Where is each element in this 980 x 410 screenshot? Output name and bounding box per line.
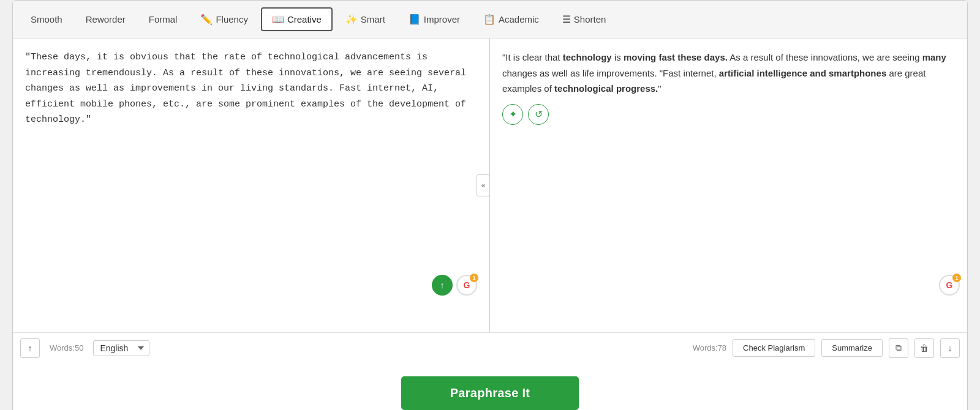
toolbar: Smooth Reworder Formal ✏️ Fluency 📖 Crea… [13,1,967,39]
trash-icon: 🗑 [920,343,929,353]
input-textarea[interactable]: "These days, it is obvious that the rate… [25,50,477,288]
rephrase-icon-btn[interactable]: ✦ [502,104,523,125]
summarize-label: Summarize [832,343,872,352]
right-panel-wrapper: "It is clear that technology is moving f… [490,39,967,332]
reworder-label: Reworder [86,14,126,24]
creative-icon: 📖 [272,13,284,25]
smooth-label: Smooth [31,14,62,24]
grammarly-badge-left: 1 [470,274,478,282]
collapse-btn[interactable]: « [477,174,490,196]
tab-smooth[interactable]: Smooth [20,9,73,30]
upload-icon-btn[interactable]: ↑ [432,275,453,296]
tab-smart[interactable]: ✨ Smart [335,8,396,31]
paraphrase-btn[interactable]: Paraphrase It [401,376,579,410]
grammarly-btn-right[interactable]: G 1 [939,275,960,296]
tab-improver[interactable]: 📘 Improver [398,8,470,31]
tab-academic[interactable]: 📋 Academic [473,8,549,31]
summarize-btn[interactable]: Summarize [821,339,883,357]
tab-reworder[interactable]: Reworder [75,9,136,30]
refresh-icon-btn[interactable]: ↺ [528,104,549,125]
smart-label: Smart [361,14,385,24]
paraphrase-label: Paraphrase It [450,386,530,400]
improver-icon: 📘 [409,13,421,25]
right-word-count: Words:78 [693,343,726,352]
tab-formal[interactable]: Formal [138,9,188,30]
left-panel: "These days, it is obvious that the rate… [13,39,490,332]
shorten-icon: ☰ [562,13,571,25]
language-select[interactable]: English Spanish French German Chinese [93,340,149,356]
collapse-icon: « [481,181,486,190]
grammarly-badge-right: 1 [952,274,961,282]
rephrase-icon: ✦ [509,108,517,120]
check-plagiarism-btn[interactable]: Check Plagiarism [733,339,815,357]
delete-btn[interactable]: 🗑 [914,338,934,358]
smart-icon: ✨ [345,13,358,25]
right-icons: ✦ ↺ [502,104,955,125]
fluency-icon: ✏️ [200,13,213,25]
right-panel: "It is clear that technology is moving f… [490,39,967,332]
grammarly-icon-right: G [946,280,953,290]
left-panel-wrapper: "These days, it is obvious that the rate… [13,39,490,332]
paraphrase-container: Paraphrase It [13,363,967,410]
fluency-label: Fluency [216,14,248,24]
left-word-count: Words:50 [50,343,83,352]
output-text: "It is clear that technology is moving f… [502,50,955,97]
formal-label: Formal [149,14,178,24]
right-bottom: Words:78 Check Plagiarism Summarize ⧉ 🗑 … [490,338,960,358]
bottom-bar: ↑ Words:50 English Spanish French German… [13,332,967,363]
check-plagiarism-label: Check Plagiarism [743,343,805,352]
tab-fluency[interactable]: ✏️ Fluency [190,8,258,31]
download-btn[interactable]: ↓ [940,338,960,358]
academic-icon: 📋 [483,13,496,25]
upload-icon: ↑ [440,280,445,290]
floating-icons-right: G 1 [939,275,960,296]
academic-label: Academic [499,14,539,24]
floating-icons-left: ↑ G 1 [432,275,477,296]
refresh-icon: ↺ [535,108,543,120]
file-upload-icon: ↑ [28,343,32,353]
editor-area: "These days, it is obvious that the rate… [13,39,967,332]
grammarly-btn-left[interactable]: G 1 [456,275,477,296]
grammarly-icon-left: G [464,280,470,290]
copy-btn[interactable]: ⧉ [889,338,908,358]
creative-label: Creative [287,14,322,24]
file-upload-btn[interactable]: ↑ [20,338,40,358]
copy-icon: ⧉ [895,343,902,353]
tab-shorten[interactable]: ☰ Shorten [552,8,617,31]
shorten-label: Shorten [574,14,606,24]
left-bottom: ↑ Words:50 English Spanish French German… [20,338,490,358]
improver-label: Improver [424,14,460,24]
tab-creative[interactable]: 📖 Creative [261,7,333,31]
download-icon: ↓ [948,343,952,353]
